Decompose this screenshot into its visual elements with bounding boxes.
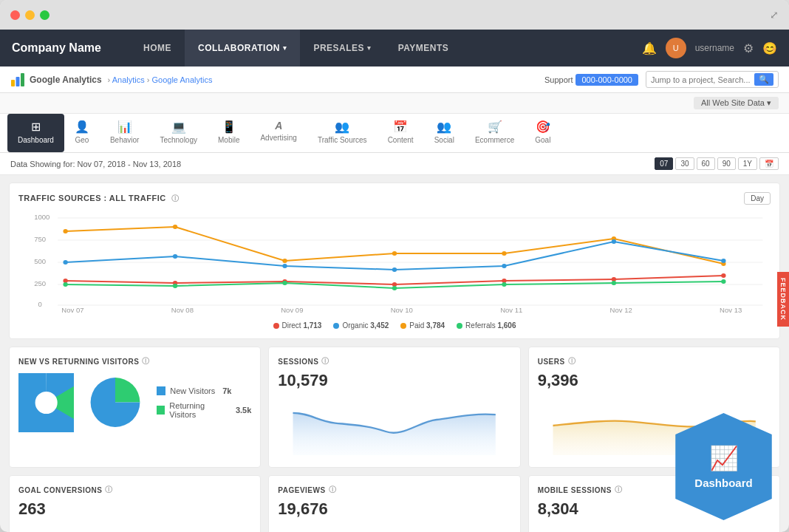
svg-rect-2 <box>21 73 24 86</box>
ecommerce-icon: 🛒 <box>488 120 502 134</box>
nav-item-home[interactable]: HOME <box>130 30 185 66</box>
geo-icon: 👤 <box>75 120 89 134</box>
svg-text:1000: 1000 <box>34 214 49 221</box>
svg-point-29 <box>282 264 287 268</box>
svg-point-42 <box>173 284 177 288</box>
svg-text:Nov 09: Nov 09 <box>281 307 303 314</box>
tab-social[interactable]: 👥 Social <box>424 114 465 152</box>
tab-content[interactable]: 📅 Content <box>378 114 424 152</box>
window-inner: Google Analytics › Analytics › Google An… <box>0 66 789 532</box>
pageviews-mini-chart <box>278 525 510 532</box>
advertising-icon: A <box>275 120 282 132</box>
date-buttons: 07 30 60 90 1Y 📅 <box>655 157 779 170</box>
ga-logo-text: Google Analytics <box>30 75 102 85</box>
help-icon[interactable]: 😊 <box>762 41 777 55</box>
nav-item-presales[interactable]: PRESALES ▾ <box>300 30 384 66</box>
info-icon[interactable]: ⓘ <box>615 485 623 495</box>
returning-visitors-legend: Returning Visitors 3.5k <box>157 401 251 419</box>
date-btn-90[interactable]: 90 <box>717 157 736 170</box>
gear-icon[interactable]: ⚙ <box>743 41 754 55</box>
support-phone[interactable]: 000-000-0000 <box>575 74 638 86</box>
date-btn-07[interactable]: 07 <box>655 157 673 170</box>
date-btn-calendar[interactable]: 📅 <box>759 157 779 170</box>
pageviews-title: PAGEVIEWS ⓘ <box>278 485 510 495</box>
legend-direct: Direct 1,713 <box>273 321 322 330</box>
search-box: 🔍 <box>646 71 779 88</box>
chevron-down-icon: ▾ <box>367 44 372 52</box>
users-title: USERS ⓘ <box>538 356 771 366</box>
mobile-mini-chart <box>538 525 771 532</box>
goal-icon: 🎯 <box>536 120 550 134</box>
info-icon[interactable]: ⓘ <box>105 485 113 495</box>
svg-point-33 <box>721 259 725 263</box>
social-icon: 👥 <box>437 120 451 134</box>
nav-items: HOME COLLABORATION ▾ PRESALES ▾ PAYMENTS <box>130 30 642 66</box>
sub-header-right: Support 000-000-0000 🔍 <box>544 71 779 88</box>
tab-goal[interactable]: 🎯 Goal <box>525 114 561 152</box>
info-icon[interactable]: ⓘ <box>142 356 150 366</box>
legend-paid: Paid 3,784 <box>400 321 445 330</box>
new-visitors-legend: New Visitors 7k <box>157 386 251 395</box>
info-icon[interactable]: ⓘ <box>171 194 180 202</box>
content-icon: 📅 <box>393 120 408 134</box>
svg-text:Nov 13: Nov 13 <box>720 307 742 314</box>
date-btn-1y[interactable]: 1Y <box>738 157 757 170</box>
expand-icon[interactable]: ⤢ <box>770 9 779 21</box>
traffic-lights <box>10 10 49 20</box>
tab-technology[interactable]: 💻 Technology <box>149 114 208 152</box>
maximize-button[interactable] <box>40 10 49 20</box>
tab-advertising[interactable]: A Advertising <box>250 114 307 152</box>
svg-text:0: 0 <box>38 301 42 308</box>
svg-point-31 <box>502 264 506 268</box>
legend-dot-organic <box>333 323 339 329</box>
svg-point-27 <box>63 260 67 265</box>
svg-point-47 <box>721 279 725 284</box>
stats-row-2: GOAL CONVERSIONS ⓘ 263 <box>9 475 780 532</box>
info-icon[interactable]: ⓘ <box>329 485 337 495</box>
svg-point-21 <box>173 225 177 229</box>
tab-behavior[interactable]: 📊 Behavior <box>100 114 149 152</box>
close-button[interactable] <box>10 10 20 20</box>
goal-conversions-card: GOAL CONVERSIONS ⓘ 263 <box>9 475 261 532</box>
legend-dot-referrals <box>457 323 462 329</box>
profile-selector[interactable]: All Web Site Data ▾ <box>694 97 779 109</box>
svg-point-44 <box>392 286 397 290</box>
bell-icon[interactable]: 🔔 <box>642 41 657 55</box>
svg-point-22 <box>282 259 287 263</box>
support-label: Support 000-000-0000 <box>544 74 638 86</box>
dashboard-badge[interactable]: 📈 Dashboard <box>670 413 777 520</box>
svg-text:750: 750 <box>34 236 46 243</box>
nav-item-payments[interactable]: PAYMENTS <box>385 30 462 66</box>
pageviews-value: 19,676 <box>278 499 510 519</box>
info-icon[interactable]: ⓘ <box>321 356 329 366</box>
svg-text:Nov 10: Nov 10 <box>391 307 413 314</box>
minimize-button[interactable] <box>25 10 35 20</box>
search-button[interactable]: 🔍 <box>754 73 773 86</box>
tab-geo[interactable]: 👤 Geo <box>64 114 100 152</box>
avatar: U <box>666 38 686 58</box>
sessions-card: SESSIONS ⓘ 10,579 <box>268 347 520 468</box>
users-value: 9,396 <box>538 371 771 390</box>
goal-mini-chart <box>18 525 251 532</box>
date-btn-30[interactable]: 30 <box>675 157 694 170</box>
sessions-value: 10,579 <box>278 371 510 390</box>
stats-row-1: NEW VS RETURNING VISITORS ⓘ <box>9 347 780 468</box>
svg-text:Nov 12: Nov 12 <box>610 307 632 314</box>
top-nav: Company Name HOME COLLABORATION ▾ PRESAL… <box>0 30 789 66</box>
nav-item-collaboration[interactable]: COLLABORATION ▾ <box>185 30 300 66</box>
tab-traffic-sources[interactable]: 👥 Traffic Sources <box>307 114 378 152</box>
day-button[interactable]: Day <box>744 192 771 205</box>
feedback-tab[interactable]: FEEDBACK <box>777 272 789 327</box>
tab-mobile[interactable]: 📱 Mobile <box>208 114 250 152</box>
date-btn-60[interactable]: 60 <box>697 157 715 170</box>
tab-dashboard[interactable]: ⊞ Dashboard <box>7 114 64 152</box>
svg-text:500: 500 <box>34 258 46 265</box>
info-icon[interactable]: ⓘ <box>568 356 576 366</box>
svg-point-43 <box>282 281 287 285</box>
search-input[interactable] <box>651 75 754 84</box>
analytics-tabs: ⊞ Dashboard 👤 Geo 📊 Behavior 💻 Technolog… <box>0 114 789 153</box>
svg-text:Nov 11: Nov 11 <box>500 307 522 314</box>
svg-point-32 <box>612 239 616 244</box>
tab-ecommerce[interactable]: 🛒 Ecommerce <box>465 114 525 152</box>
username-label: username <box>695 43 734 53</box>
